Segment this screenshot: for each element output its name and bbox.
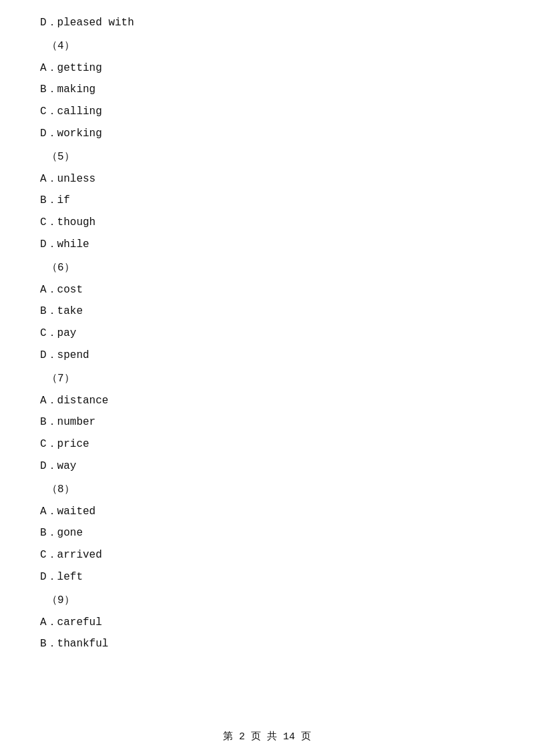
page-footer: 第 2 页 共 14 页 xyxy=(0,730,534,743)
answer-option: B．thankful xyxy=(40,634,494,654)
answer-option: D．way xyxy=(40,457,494,476)
answer-option: B．if xyxy=(40,191,494,210)
answer-option: A．careful xyxy=(40,613,494,632)
answer-option: C．price xyxy=(40,435,494,454)
question-number: （6） xyxy=(47,258,494,278)
question-number: （4） xyxy=(47,37,494,56)
answer-option: B．gone xyxy=(40,524,494,543)
question-number: （7） xyxy=(47,369,494,389)
answer-option: B．take xyxy=(40,302,494,321)
question-number: （5） xyxy=(47,148,494,167)
answer-option: D．spend xyxy=(40,346,494,365)
answer-option: C．pay xyxy=(40,324,494,343)
answer-option: A．waited xyxy=(40,502,494,522)
answer-option: B．making xyxy=(40,80,494,100)
answer-option: C．though xyxy=(40,213,494,232)
answer-option: B．number xyxy=(40,413,494,432)
main-content: D．pleased with（4）A．gettingB．makingC．call… xyxy=(0,0,534,697)
answer-option: D．working xyxy=(40,124,494,144)
answer-option: C．calling xyxy=(40,102,494,122)
answer-option: A．getting xyxy=(40,59,494,78)
answer-option: A．cost xyxy=(40,280,494,300)
answer-option: D．left xyxy=(40,568,494,587)
question-number: （8） xyxy=(47,480,494,500)
answer-option: A．distance xyxy=(40,391,494,411)
answer-option: C．arrived xyxy=(40,546,494,565)
question-number: （9） xyxy=(47,591,494,610)
answer-option: D．pleased with xyxy=(40,13,494,33)
answer-option: D．while xyxy=(40,235,494,254)
answer-option: A．unless xyxy=(40,170,494,189)
footer-text: 第 2 页 共 14 页 xyxy=(223,731,311,743)
